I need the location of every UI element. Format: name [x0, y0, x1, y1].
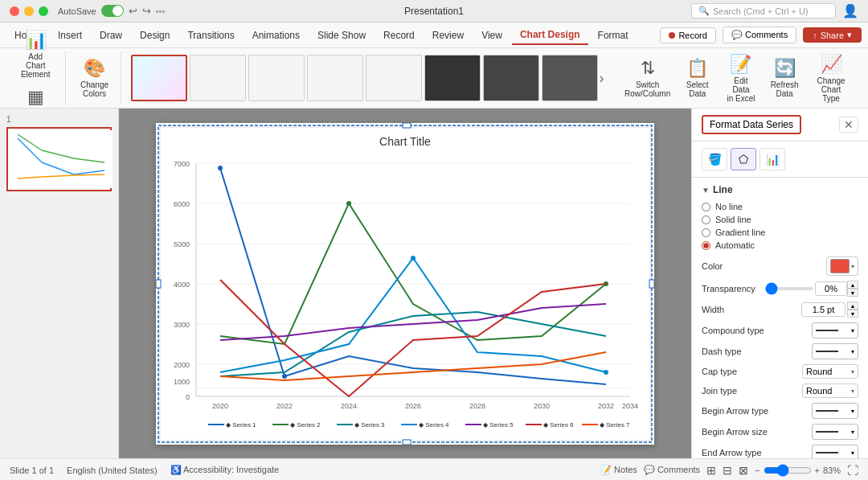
tab-record[interactable]: Record — [375, 27, 423, 44]
ribbon-tabs: Home Insert Draw Design Transitions Anim… — [0, 23, 868, 48]
ribbon-group-colors: 🎨 Change Colors — [69, 51, 121, 105]
autosave-toggle[interactable] — [101, 5, 124, 17]
change-colors-button[interactable]: 🎨 Change Colors — [76, 55, 114, 101]
share-button[interactable]: ↑ Share ▾ — [803, 27, 862, 43]
fit-to-window-icon[interactable]: ⛶ — [847, 464, 858, 477]
chart-style-7[interactable] — [483, 55, 539, 101]
solid-line-option[interactable]: Solid line — [702, 215, 858, 224]
no-line-option[interactable]: No line — [702, 202, 858, 211]
edit-excel-icon: 📝 — [730, 54, 751, 75]
view-slide-sorter-icon[interactable]: ⊟ — [723, 464, 732, 477]
language-label: English (United States) — [67, 466, 158, 475]
cap-type-select[interactable]: Round ▾ — [802, 364, 858, 379]
pentagon-icon: ⬠ — [739, 153, 748, 166]
svg-text:2028: 2028 — [469, 402, 485, 410]
fill-icon-button[interactable]: 🪣 — [702, 148, 727, 170]
color-picker-button[interactable]: ▾ — [826, 256, 858, 276]
comments-label: Comments — [745, 30, 788, 39]
begin-arrow-size-arrow: ▾ — [851, 429, 854, 436]
chart-style-8[interactable] — [542, 55, 598, 101]
compound-type-select[interactable]: ▾ — [812, 322, 858, 338]
pentagon-icon-button[interactable]: ⬠ — [731, 148, 756, 170]
svg-text:◆ Series 1: ◆ Series 1 — [226, 421, 256, 429]
gradient-line-radio[interactable] — [702, 228, 710, 237]
solid-line-radio[interactable] — [702, 215, 710, 224]
record-label: Record — [678, 31, 706, 40]
tab-design[interactable]: Design — [132, 27, 178, 44]
line-section-header[interactable]: ▼ Line — [702, 184, 858, 195]
slide-canvas[interactable]: Chart Title 7000 6000 5000 4000 3000 200… — [156, 123, 654, 445]
chart-style-3[interactable] — [248, 55, 305, 101]
gradient-line-option[interactable]: Gradient line — [702, 228, 858, 237]
maximize-btn[interactable] — [39, 6, 48, 16]
tab-chartdesign[interactable]: Chart Design — [512, 26, 588, 45]
close-panel-button[interactable]: ✕ — [839, 117, 858, 133]
width-input[interactable] — [801, 302, 845, 317]
refresh-data-button[interactable]: 🔄 Refresh Data — [765, 55, 804, 101]
view-reading-icon[interactable]: ⊠ — [739, 464, 748, 477]
begin-arrow-size-select[interactable]: ▾ — [812, 424, 858, 440]
automatic-radio[interactable] — [702, 241, 710, 250]
view-normal-icon[interactable]: ⊞ — [706, 464, 716, 477]
svg-text:2034: 2034 — [622, 402, 638, 410]
search-bar[interactable]: 🔍 Search (Cmd + Ctrl + U) — [691, 3, 836, 18]
notes-button[interactable]: 📝 Notes — [600, 465, 637, 475]
transparency-input[interactable] — [815, 281, 847, 296]
main-area: 1 — [0, 109, 868, 458]
switch-row-col-button[interactable]: ⇅ Switch Row/Column — [620, 55, 675, 101]
begin-arrow-type-select[interactable]: ▾ — [812, 403, 858, 419]
width-up[interactable]: ▲ — [847, 302, 858, 310]
refresh-icon: 🔄 — [774, 58, 796, 79]
transparency-control: ▲ ▼ — [765, 281, 858, 297]
select-data-button[interactable]: 📋 Select Data — [678, 55, 717, 101]
transparency-down[interactable]: ▼ — [847, 289, 858, 297]
chart-style-2[interactable] — [190, 55, 246, 101]
tab-animations[interactable]: Animations — [244, 27, 308, 44]
begin-arrow-type-icon — [816, 410, 838, 412]
dash-type-select[interactable]: ▾ — [812, 343, 858, 359]
redo-icon[interactable]: ↪ — [142, 5, 151, 17]
zoom-slider[interactable] — [764, 464, 812, 477]
zoom-out-icon[interactable]: − — [755, 466, 760, 475]
width-down[interactable]: ▼ — [847, 310, 858, 318]
transparency-up[interactable]: ▲ — [847, 281, 858, 289]
chart-style-6[interactable] — [424, 55, 481, 101]
transparency-spinner: ▲ ▼ — [847, 281, 858, 297]
edit-excel-label: Edit Data in Excel — [725, 76, 757, 103]
tab-draw[interactable]: Draw — [92, 27, 130, 44]
tab-transitions[interactable]: Transitions — [179, 27, 242, 44]
no-line-radio[interactable] — [702, 203, 710, 211]
comments-status-button[interactable]: 💬 Comments — [644, 465, 700, 475]
chart-styles-next-icon[interactable]: › — [600, 70, 604, 87]
tab-format[interactable]: Format — [590, 27, 637, 44]
automatic-option[interactable]: Automatic — [702, 240, 858, 250]
bar-chart-icon-button[interactable]: 📊 — [760, 148, 785, 170]
share-person-icon[interactable]: 👤 — [842, 3, 858, 18]
dash-type-arrow: ▾ — [851, 348, 854, 355]
svg-text:2030: 2030 — [534, 402, 550, 410]
add-chart-element-button[interactable]: 📊 Add Chart Element — [13, 27, 59, 82]
tab-slideshow[interactable]: Slide Show — [309, 27, 374, 44]
transparency-slider[interactable] — [765, 287, 813, 290]
comments-button[interactable]: 💬 Comments — [723, 27, 796, 43]
undo-icon[interactable]: ↩ — [129, 5, 137, 17]
close-btn[interactable] — [10, 6, 19, 16]
search-placeholder: Search (Cmd + Ctrl + U) — [713, 6, 809, 16]
edit-in-excel-button[interactable]: 📝 Edit Data in Excel — [720, 51, 762, 106]
automatic-label: Automatic — [715, 240, 755, 250]
slide-thumbnail[interactable] — [6, 127, 112, 191]
record-button[interactable]: Record — [660, 27, 715, 43]
tab-view[interactable]: View — [473, 27, 510, 44]
change-chart-type-button[interactable]: 📈 Change Chart Type — [807, 51, 855, 106]
tab-review[interactable]: Review — [424, 27, 472, 44]
join-type-value: Round — [806, 386, 832, 396]
minimize-btn[interactable] — [24, 6, 34, 16]
svg-point-37 — [282, 374, 287, 379]
chart-style-1[interactable] — [131, 55, 187, 101]
chart-style-5[interactable] — [366, 55, 422, 101]
more-icon[interactable]: ••• — [156, 6, 166, 16]
join-type-select[interactable]: Round ▾ — [802, 384, 858, 398]
chart-style-4[interactable] — [307, 55, 363, 101]
zoom-in-icon[interactable]: + — [815, 466, 820, 475]
end-arrow-type-select[interactable]: ▾ — [812, 445, 858, 458]
